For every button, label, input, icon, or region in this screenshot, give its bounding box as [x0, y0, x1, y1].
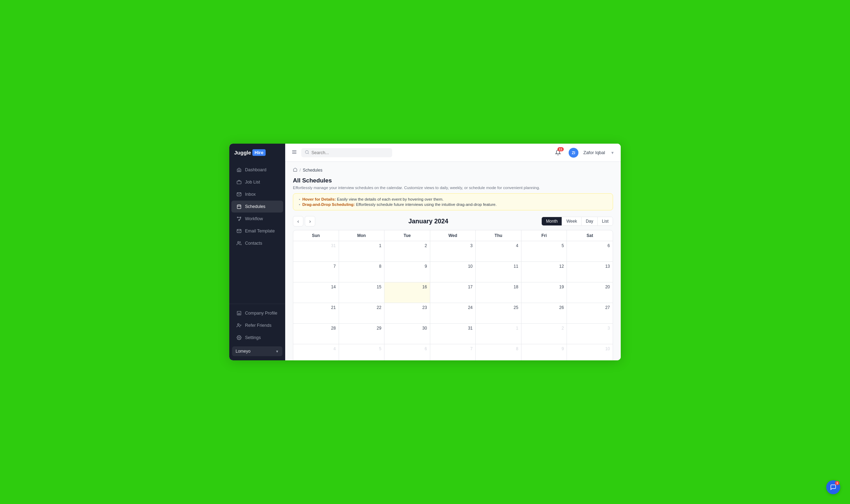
- calendar-cell[interactable]: 16: [384, 282, 430, 303]
- calendar-date: 10: [570, 346, 610, 351]
- calendar-cell[interactable]: 1: [339, 241, 385, 261]
- main-content: 11 ZI Zafor Iqbal ▼ / Schedules All Sche…: [285, 144, 621, 360]
- view-month-button[interactable]: Month: [542, 217, 562, 225]
- workspace-selector[interactable]: Lomeyo ▼: [232, 346, 282, 356]
- view-list-button[interactable]: List: [598, 217, 613, 225]
- calendar-cell[interactable]: 17: [430, 282, 476, 303]
- sidebar-item-refer-friends[interactable]: Refer Friends: [231, 319, 283, 331]
- calendar-date: 3: [433, 243, 473, 248]
- calendar-date: 4: [478, 243, 518, 248]
- person-plus-icon: [236, 323, 242, 328]
- envelope-icon: [236, 228, 242, 234]
- calendar-cell[interactable]: 28: [293, 324, 339, 344]
- next-month-button[interactable]: ›: [305, 216, 315, 226]
- info-box: • Hover for Details: Easily view the det…: [293, 193, 613, 210]
- info-text-drag: Effortlessly schedule future interviews …: [356, 202, 497, 207]
- flow-icon: [236, 216, 242, 222]
- sidebar-item-inbox[interactable]: Inbox: [231, 188, 283, 200]
- sidebar-item-company-profile[interactable]: Company Profile: [231, 307, 283, 319]
- chat-badge: 1: [835, 481, 840, 485]
- calendar-cell[interactable]: 20: [567, 282, 613, 303]
- calendar-cell[interactable]: 4: [476, 241, 521, 261]
- calendar-cell[interactable]: 23: [384, 303, 430, 323]
- calendar-cell[interactable]: 6: [567, 241, 613, 261]
- calendar-cell[interactable]: 25: [476, 303, 521, 323]
- calendar-cell[interactable]: 26: [521, 303, 567, 323]
- sidebar-item-dashboard[interactable]: Dashboard: [231, 164, 283, 176]
- calendar-cell[interactable]: 6: [384, 344, 430, 360]
- calendar-cell[interactable]: 8: [476, 344, 521, 360]
- calendar-date: 9: [387, 264, 427, 269]
- calendar-days-header: Sun Mon Tue Wed Thu Fri Sat: [293, 230, 613, 241]
- view-day-button[interactable]: Day: [582, 217, 598, 225]
- calendar-weeks: 3112345678910111213141516171819202122232…: [293, 241, 613, 360]
- app-window: Juggle Hire Dashboard Job List: [229, 144, 621, 360]
- calendar-date: 15: [342, 285, 382, 289]
- calendar-cell[interactable]: 22: [339, 303, 385, 323]
- calendar-cell[interactable]: 29: [339, 324, 385, 344]
- chat-widget[interactable]: 1: [826, 480, 840, 494]
- search-bar[interactable]: [301, 148, 392, 157]
- breadcrumb-home[interactable]: [293, 167, 297, 173]
- calendar-cell[interactable]: 10: [430, 262, 476, 282]
- calendar-cell[interactable]: 21: [293, 303, 339, 323]
- sidebar-item-job-list[interactable]: Job List: [231, 176, 283, 188]
- calendar-cell[interactable]: 13: [567, 262, 613, 282]
- calendar-date: 16: [387, 285, 427, 289]
- user-name[interactable]: Zafor Iqbal: [583, 150, 605, 155]
- calendar-cell[interactable]: 9: [384, 262, 430, 282]
- briefcase-icon: [236, 179, 242, 185]
- calendar-date: 22: [342, 305, 382, 310]
- calendar-date: 9: [524, 346, 564, 351]
- search-icon: [305, 150, 309, 156]
- calendar-cell[interactable]: 30: [384, 324, 430, 344]
- day-header-fri: Fri: [521, 230, 567, 241]
- calendar-cell[interactable]: 5: [339, 344, 385, 360]
- calendar-cell[interactable]: 10: [567, 344, 613, 360]
- calendar-cell[interactable]: 15: [339, 282, 385, 303]
- calendar-cell[interactable]: 7: [430, 344, 476, 360]
- calendar-cell[interactable]: 3: [567, 324, 613, 344]
- notification-button[interactable]: 11: [553, 147, 564, 158]
- calendar-cell[interactable]: 18: [476, 282, 521, 303]
- calendar-date: 20: [570, 285, 610, 289]
- calendar-cell[interactable]: 19: [521, 282, 567, 303]
- home-icon: [236, 167, 242, 173]
- calendar-cell[interactable]: 27: [567, 303, 613, 323]
- calendar-date: 5: [524, 243, 564, 248]
- calendar-cell[interactable]: 12: [521, 262, 567, 282]
- sidebar-item-settings[interactable]: Settings: [231, 332, 283, 344]
- day-header-thu: Thu: [476, 230, 521, 241]
- calendar-cell[interactable]: 8: [339, 262, 385, 282]
- calendar-cell[interactable]: 31: [293, 241, 339, 261]
- calendar-date: 2: [387, 243, 427, 248]
- sidebar-item-schedules[interactable]: Schedules: [231, 201, 283, 213]
- menu-icon[interactable]: [291, 149, 297, 156]
- calendar-cell[interactable]: 31: [430, 324, 476, 344]
- search-input[interactable]: [311, 150, 389, 155]
- calendar-date: 7: [433, 346, 473, 351]
- bullet: •: [299, 197, 300, 201]
- calendar-cell[interactable]: 1: [476, 324, 521, 344]
- calendar-cell[interactable]: 11: [476, 262, 521, 282]
- calendar-cell[interactable]: 24: [430, 303, 476, 323]
- calendar-cell[interactable]: 7: [293, 262, 339, 282]
- sidebar-item-contacts[interactable]: Contacts: [231, 237, 283, 249]
- sidebar-item-label: Refer Friends: [245, 323, 272, 328]
- calendar-cell[interactable]: 5: [521, 241, 567, 261]
- calendar-cell[interactable]: 14: [293, 282, 339, 303]
- calendar-week: 28293031123: [293, 324, 613, 344]
- prev-month-button[interactable]: ‹: [293, 216, 303, 226]
- calendar-date: 27: [570, 305, 610, 310]
- calendar-cell[interactable]: 9: [521, 344, 567, 360]
- calendar-cell[interactable]: 2: [521, 324, 567, 344]
- calendar-cell[interactable]: 4: [293, 344, 339, 360]
- calendar-cell[interactable]: 3: [430, 241, 476, 261]
- sidebar-item-email-template[interactable]: Email Template: [231, 225, 283, 237]
- calendar-cell[interactable]: 2: [384, 241, 430, 261]
- sidebar-item-workflow[interactable]: Workflow: [231, 213, 283, 225]
- view-week-button[interactable]: Week: [562, 217, 581, 225]
- sidebar-item-label: Job List: [245, 180, 260, 185]
- calendar-date: 14: [296, 285, 336, 289]
- calendar-week: 31123456: [293, 241, 613, 262]
